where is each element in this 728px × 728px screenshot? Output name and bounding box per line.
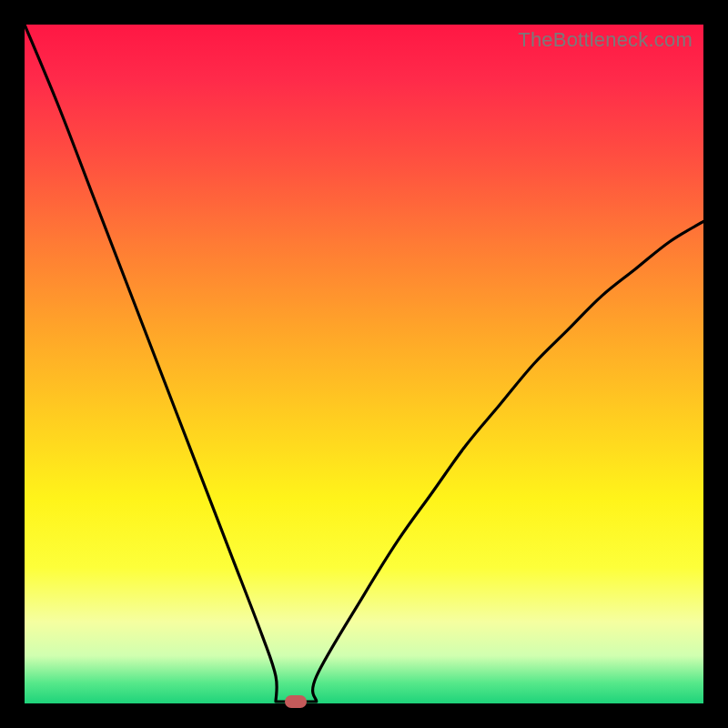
optimum-marker [285,695,307,708]
bottleneck-curve [25,25,703,703]
chart-frame: TheBottleneck.com [25,25,703,703]
